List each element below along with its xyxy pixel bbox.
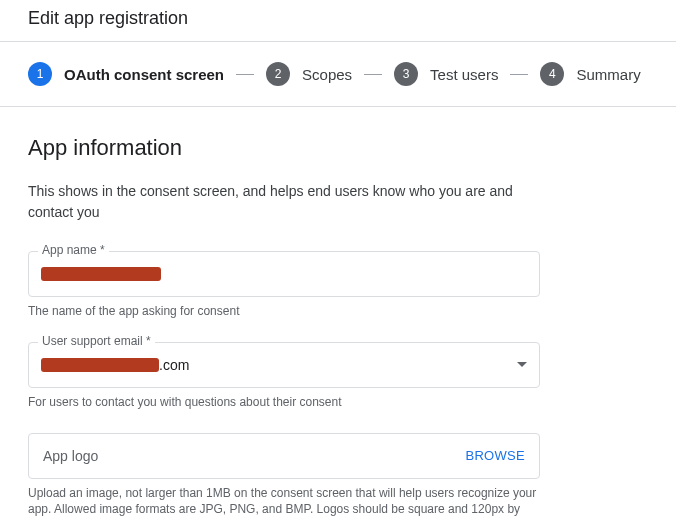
app-logo-placeholder: App logo (43, 448, 98, 464)
step-connector (510, 74, 528, 75)
app-logo-input[interactable]: App logo BROWSE (28, 433, 540, 479)
page-title: Edit app registration (28, 8, 648, 29)
field-app-name: App name * The name of the app asking fo… (28, 251, 540, 320)
step-badge: 4 (540, 62, 564, 86)
browse-button[interactable]: BROWSE (465, 448, 525, 463)
step-test-users[interactable]: 3 Test users (394, 62, 498, 86)
field-support-email: User support email * .com For users to c… (28, 342, 540, 411)
support-email-select[interactable]: .com (28, 342, 540, 388)
app-logo-help: Upload an image, not larger than 1MB on … (28, 485, 540, 517)
step-summary[interactable]: 4 Summary (540, 62, 640, 86)
section-desc: This shows in the consent screen, and he… (28, 181, 548, 223)
support-email-help: For users to contact you with questions … (28, 394, 540, 411)
email-suffix: .com (159, 357, 189, 373)
step-label: Summary (576, 66, 640, 83)
app-name-label: App name * (38, 243, 109, 257)
redacted-value (41, 358, 159, 372)
redacted-value (41, 267, 161, 281)
app-name-help: The name of the app asking for consent (28, 303, 540, 320)
page-header: Edit app registration (0, 0, 676, 42)
field-app-logo: App logo BROWSE Upload an image, not lar… (28, 433, 540, 517)
support-email-value: .com (41, 357, 189, 373)
step-connector (364, 74, 382, 75)
step-connector (236, 74, 254, 75)
content: App information This shows in the consen… (0, 107, 676, 517)
step-badge: 2 (266, 62, 290, 86)
step-badge: 1 (28, 62, 52, 86)
app-name-input-wrap[interactable] (28, 251, 540, 297)
step-oauth-consent[interactable]: 1 OAuth consent screen (28, 62, 224, 86)
step-label: OAuth consent screen (64, 66, 224, 83)
step-scopes[interactable]: 2 Scopes (266, 62, 352, 86)
step-badge: 3 (394, 62, 418, 86)
step-label: Scopes (302, 66, 352, 83)
support-email-label: User support email * (38, 334, 155, 348)
section-title: App information (28, 135, 648, 161)
step-label: Test users (430, 66, 498, 83)
chevron-down-icon (517, 362, 527, 367)
stepper: 1 OAuth consent screen 2 Scopes 3 Test u… (0, 42, 676, 107)
